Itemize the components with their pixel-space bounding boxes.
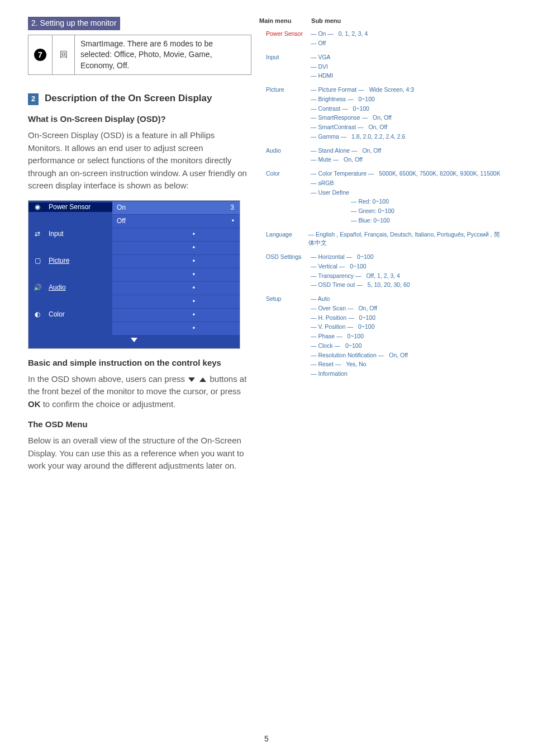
tree-sub: — SmartContrast — On, Off (306, 123, 414, 132)
sub-menu-header: Sub menu (311, 17, 341, 24)
tree-sub: — Red: 0~100 (306, 197, 501, 206)
osd-item-audio: Audio (46, 283, 112, 292)
tree-sub: — Off (306, 39, 368, 48)
tree-sub: — Green: 0~100 (306, 207, 501, 216)
picture-icon: ▢ (28, 256, 46, 266)
down-arrow-icon (131, 338, 137, 342)
tree-sub: — Phase — 0~100 (306, 332, 408, 341)
tree-sub: — English , Español, Français, Deutsch, … (304, 230, 505, 248)
tree-sub: — Picture Format — Wide Screen, 4:3 (306, 86, 414, 94)
tree-main-language: Language (259, 230, 304, 239)
tree-sub: — Vertical — 0~100 (306, 262, 410, 271)
tree-main-input: Input (259, 53, 306, 62)
tree-main-power-sensor: Power Sensor (259, 30, 306, 39)
smartimage-icon: 回 (60, 50, 68, 59)
smartimage-description: SmartImage. There are 6 modes to be sele… (75, 35, 251, 75)
tree-main-color: Color (259, 169, 306, 178)
basic-instruction-paragraph: In the OSD shown above, users can press … (28, 373, 251, 411)
subsection-number: 2 (28, 93, 39, 105)
audio-icon: 🔊 (28, 283, 46, 292)
tree-sub: — SmartResponse — On, Off (306, 114, 414, 122)
osd-screenshot: ◉ Power Sensor On3 Off• ⇄ Input • • ▢ Pi… (28, 200, 240, 349)
osd-intro-paragraph: On-Screen Display (OSD) is a feature in … (28, 129, 251, 192)
tree-sub: — Color Temperature — 5000K, 6500K, 7500… (306, 169, 501, 178)
tree-main-picture: Picture (259, 86, 306, 94)
tree-sub: — User Define (306, 188, 501, 197)
osd-item-input: Input (46, 229, 112, 239)
osd-sub-off: Off• (112, 214, 240, 228)
osd-item-power-sensor: Power Sensor (46, 202, 112, 212)
up-arrow-icon (199, 377, 206, 382)
basic-instruction-title: Basic and simple instruction on the cont… (28, 357, 251, 368)
osd-question: What is On-Screen Display (OSD)? (28, 113, 251, 125)
input-icon: ⇄ (28, 229, 46, 239)
tree-sub: — Auto (306, 295, 408, 304)
down-arrow-icon (188, 377, 195, 382)
tree-sub: — Mute — On, Off (306, 155, 381, 164)
tree-sub: — Transparency — Off, 1, 2, 3, 4 (306, 272, 410, 281)
smartimage-table: 7 回 SmartImage. There are 6 modes to be … (28, 35, 251, 75)
osd-menu-title: The OSD Menu (28, 418, 251, 430)
tree-sub: — V. Position — 0~100 (306, 323, 408, 332)
main-menu-header: Main menu (259, 17, 310, 25)
tree-sub: — Clock — 0~100 (306, 342, 408, 351)
tree-sub: — VGA (306, 53, 333, 62)
tree-sub: — Stand Alone — On, Off (306, 147, 381, 155)
osd-menu-tree: Main menu Sub menu Power Sensor— On — 0,… (259, 17, 505, 384)
tree-sub: — DVI (306, 63, 333, 72)
section-header: 2. Setting up the monitor (28, 17, 120, 30)
tree-sub: — Resolution Notification — On, Off (306, 351, 408, 360)
tree-sub: — Blue: 0~100 (306, 216, 501, 225)
tree-sub: — Reset — Yes, No (306, 360, 408, 369)
tree-sub: — Information (306, 370, 408, 379)
osd-item-picture: Picture (46, 256, 112, 266)
tree-sub: — OSD Time out — 5, 10, 20, 30, 60 (306, 281, 410, 290)
tree-sub: — sRGB (306, 179, 501, 188)
subsection-2-title: 2 Description of the On Screen Display (28, 92, 251, 105)
step-number-7: 7 (34, 49, 46, 61)
tree-sub: — Gamma — 1.8, 2.0, 2.2, 2.4, 2.6 (306, 133, 414, 141)
tree-main-osd-settings: OSD Settings (259, 253, 306, 262)
osd-menu-paragraph: Below is an overall view of the structur… (28, 434, 251, 472)
osd-item-color: Color (46, 310, 112, 319)
osd-sub-on: On3 (112, 201, 240, 214)
tree-main-audio: Audio (259, 147, 306, 155)
tree-sub: — H. Position — 0~100 (306, 314, 408, 323)
page-number: 5 (0, 734, 533, 745)
tree-sub: — Brightness — 0~100 (306, 95, 414, 104)
tree-sub: — Horizontal — 0~100 (306, 253, 410, 262)
ok-label: OK (28, 399, 41, 409)
sensor-icon: ◉ (28, 202, 46, 212)
tree-sub: — Contrast — 0~100 (306, 105, 414, 114)
tree-sub: — On — 0, 1, 2, 3, 4 (306, 30, 368, 39)
color-icon: ◐ (28, 310, 46, 319)
tree-main-setup: Setup (259, 295, 306, 304)
tree-sub: — Over Scan — On, Off (306, 304, 408, 313)
tree-sub: — HDMI (306, 72, 333, 81)
